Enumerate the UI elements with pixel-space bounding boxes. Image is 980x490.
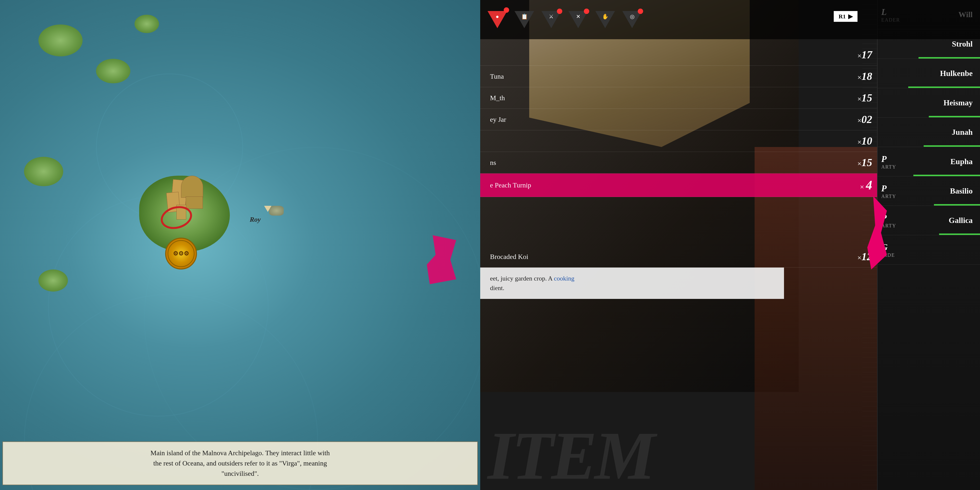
- building-2: [181, 176, 203, 198]
- char-bar-strohl: [918, 57, 980, 59]
- nav-icon-4[interactable]: ✕: [568, 11, 588, 28]
- char-name-heismay: Heismay: [943, 98, 973, 107]
- char-role-letter-basilio: P: [881, 183, 887, 193]
- r1-label: R1: [838, 13, 846, 20]
- char-bar-heismay: [929, 116, 980, 117]
- emblem-inner: ⚙⚙⚙: [167, 240, 194, 267]
- item-name-jar: ey Jar: [490, 116, 843, 124]
- item-qty-ns: ×15: [843, 156, 872, 169]
- item-row-0[interactable]: ×17: [480, 44, 882, 66]
- item-desc-text: eet, juicy garden crop. A cooking: [490, 274, 774, 283]
- char-entry-basilio[interactable]: P ARTY Basilio: [878, 177, 980, 206]
- map-panel: ⚙⚙⚙ Roy Main island of the Malnova Archi…: [0, 0, 480, 490]
- char-role-label-eupha: ARTY: [881, 164, 896, 170]
- item-row-koi[interactable]: Brocaded Koi ×12: [480, 246, 882, 267]
- char-bar-gallica: [939, 234, 980, 235]
- item-name-peach-turnip: e Peach Turnip: [490, 181, 843, 189]
- char-entry-gallica[interactable]: P ARTY Gallica: [878, 206, 980, 235]
- nav-dot-3: [557, 9, 562, 14]
- cooking-link: cooking: [554, 275, 574, 282]
- gold-emblem: ⚙⚙⚙: [165, 238, 197, 269]
- char-entry-heismay[interactable]: Heismay: [878, 88, 980, 118]
- char-name-gallica: Gallica: [949, 216, 973, 225]
- item-row-ns[interactable]: ns ×15: [480, 152, 882, 173]
- island-small-2: [96, 59, 130, 83]
- char-name-hulkenbe: Hulkenbe: [940, 69, 973, 78]
- main-island: ⚙⚙⚙: [135, 172, 228, 255]
- item-desc-text-2: dient.: [490, 283, 774, 293]
- map-label-roy: Roy: [250, 216, 261, 223]
- item-row-jar[interactable]: ey Jar ×02: [480, 109, 882, 130]
- char-role-label-gallica: ARTY: [881, 223, 896, 228]
- item-qty-4: ×10: [843, 135, 872, 147]
- item-qty-koi: ×12: [843, 250, 872, 263]
- item-qty-0: ×17: [843, 49, 872, 61]
- item-qty-jar: ×02: [843, 113, 872, 126]
- item-row-peach-turnip[interactable]: e Peach Turnip × 4: [480, 173, 882, 197]
- map-arrow: [264, 206, 272, 212]
- map-description-text: Main island of the Malnova Archipelago. …: [150, 449, 330, 477]
- item-description-box: eet, juicy garden crop. A cooking dient.: [480, 267, 784, 299]
- char-name-strohl: Strohl: [952, 40, 973, 49]
- item-list: ×17 Tuna ×18 M_th ×15 ey Jar ×02 ×10: [480, 39, 882, 392]
- item-name-koi: Brocaded Koi: [490, 253, 843, 261]
- char-role-basilio: P ARTY: [881, 183, 896, 199]
- char-name-eupha: Eupha: [950, 157, 973, 166]
- nav-dot-6: [638, 9, 643, 14]
- nav-icon-3[interactable]: ⚔: [541, 11, 561, 28]
- char-bar-junah: [924, 145, 980, 147]
- nav-icon-6[interactable]: ◎: [622, 11, 642, 28]
- item-name-tuna: Tuna: [490, 73, 843, 80]
- char-entry-guide[interactable]: G UIDE: [878, 235, 980, 265]
- char-role-letter-eupha: P: [881, 154, 887, 164]
- nav-icon-2[interactable]: 📋: [514, 11, 534, 28]
- char-bar-eupha: [913, 175, 980, 176]
- item-name-ns: ns: [490, 159, 843, 167]
- char-entry-eupha[interactable]: P ARTY Eupha: [878, 147, 980, 177]
- building-4: [186, 196, 203, 209]
- item-row-4[interactable]: ×10: [480, 130, 882, 152]
- inventory-panel: ● 📋 ⚔ ✕ ✋ ◎ R1 ▶: [480, 0, 980, 490]
- item-row-2[interactable]: M_th ×15: [480, 87, 882, 109]
- item-qty-peach-turnip: × 4: [843, 178, 872, 192]
- char-bar-basilio: [934, 204, 980, 205]
- r1-button[interactable]: R1 ▶: [834, 11, 858, 22]
- char-bar-hulkenbe: [908, 86, 980, 88]
- char-entry-junah[interactable]: Junah: [878, 118, 980, 147]
- character-panel: L EADER Will Strohl Hulkenbe Heismay Jun…: [877, 0, 980, 490]
- nav-dot-4: [584, 9, 589, 14]
- char-role-eupha: P ARTY: [881, 154, 896, 170]
- map-description-box: Main island of the Malnova Archipelago. …: [2, 441, 478, 485]
- nav-dot-1: [504, 7, 509, 13]
- char-role-label-basilio: ARTY: [881, 193, 896, 199]
- item-name-2: M_th: [490, 94, 843, 102]
- item-qty-tuna: ×18: [843, 70, 872, 83]
- nav-icon-5[interactable]: ✋: [595, 11, 615, 28]
- char-name-basilio: Basilio: [950, 186, 973, 196]
- char-entry-hulkenbe[interactable]: Hulkenbe: [878, 59, 980, 88]
- island-small-5: [38, 269, 68, 291]
- char-name-junah: Junah: [952, 128, 973, 137]
- r1-arrow: ▶: [848, 13, 853, 20]
- item-row-tuna[interactable]: Tuna ×18: [480, 66, 882, 87]
- island-small-4: [24, 157, 63, 186]
- island-small-3: [135, 15, 159, 33]
- island-small-1: [38, 24, 83, 56]
- item-qty-2: ×15: [843, 92, 872, 104]
- top-navigation: ● 📋 ⚔ ✕ ✋ ◎ R1 ▶: [480, 0, 980, 39]
- nav-icon-1[interactable]: ●: [488, 11, 507, 28]
